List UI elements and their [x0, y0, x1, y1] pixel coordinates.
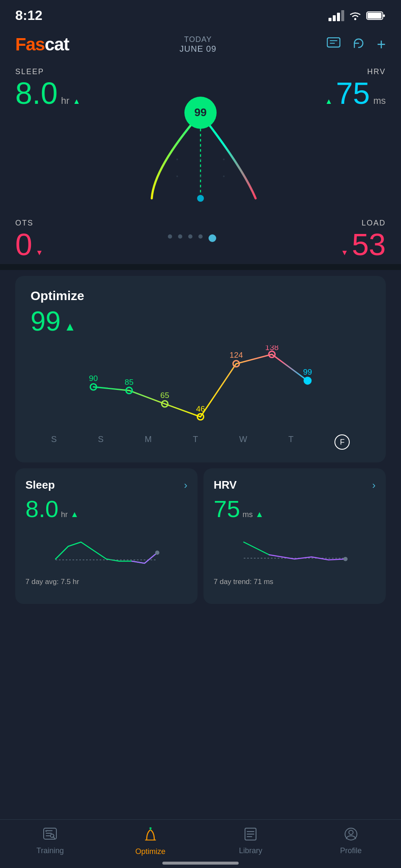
arch-visualization: 99 — [15, 92, 386, 210]
sleep-mini-chart — [25, 529, 187, 572]
status-icons — [329, 10, 386, 21]
svg-point-34 — [50, 834, 54, 837]
chart-label-w: W — [239, 434, 247, 450]
nav-optimize[interactable]: Optimize — [129, 827, 172, 856]
home-indicator — [162, 862, 239, 865]
hrv-card-arrow[interactable]: › — [372, 479, 376, 491]
ots-load-section: OTS 0 ▼ LOAD ▼ 53 — [0, 219, 401, 264]
chart-label-t1: T — [193, 434, 198, 450]
hrv-card-arrow-up: ▲ — [255, 509, 264, 519]
svg-text:85: 85 — [125, 378, 134, 387]
svg-text:90: 90 — [89, 374, 98, 383]
load-label: LOAD — [341, 219, 386, 228]
app-header: Fascat TODAY JUNE 09 + — [0, 28, 401, 63]
svg-rect-2 — [368, 13, 382, 19]
ots-label: OTS — [15, 219, 43, 228]
chart-label-m: M — [145, 434, 152, 450]
svg-point-39 — [349, 830, 353, 835]
mini-cards-row: Sleep › 8.0 hr ▲ 7 day avg: 7.5 hr HRV ›… — [15, 468, 386, 604]
header-actions: + — [327, 36, 386, 53]
nav-training[interactable]: Training — [29, 827, 71, 856]
svg-point-32 — [343, 557, 348, 561]
nav-training-label: Training — [36, 846, 64, 855]
nav-profile[interactable]: Profile — [330, 827, 372, 856]
svg-point-12 — [176, 175, 178, 177]
svg-text:46: 46 — [196, 404, 205, 413]
sleep-card[interactable]: Sleep › 8.0 hr ▲ 7 day avg: 7.5 hr — [15, 468, 198, 604]
metrics-top: SLEEP 8.0 hr ▲ HRV ▲ 75 ms — [0, 63, 401, 219]
optimize-chart: 90 85 65 46 124 138 99 — [31, 345, 370, 430]
optimize-icon — [143, 827, 158, 845]
dot-5 — [209, 234, 216, 242]
chart-label-t2: T — [288, 434, 293, 450]
wifi-icon — [348, 11, 362, 20]
svg-point-21 — [304, 377, 312, 385]
ots-metric: OTS 0 ▼ — [15, 219, 43, 260]
refresh-icon[interactable] — [352, 37, 365, 53]
section-divider-1 — [0, 264, 401, 270]
svg-point-14 — [223, 175, 225, 177]
hrv-card-footer: 7 day trend: 71 ms — [214, 578, 376, 586]
svg-text:124: 124 — [229, 351, 243, 359]
nav-library[interactable]: Library — [229, 827, 272, 856]
dot-2 — [178, 234, 182, 239]
chart-label-f: F — [334, 434, 350, 450]
library-icon — [244, 827, 257, 844]
load-number: 53 — [352, 229, 386, 260]
dot-1 — [168, 234, 172, 239]
nav-optimize-label: Optimize — [135, 847, 165, 856]
chart-label-s2: S — [98, 434, 103, 450]
svg-point-35 — [149, 827, 151, 829]
svg-point-10 — [200, 159, 201, 160]
optimize-arrow: ▲ — [64, 320, 76, 334]
status-time: 8:12 — [15, 8, 42, 23]
sleep-card-header: Sleep › — [25, 479, 187, 492]
message-icon[interactable] — [327, 37, 340, 52]
optimize-value-row: 99 ▲ — [31, 306, 370, 337]
svg-text:99: 99 — [303, 367, 312, 376]
add-icon[interactable]: + — [377, 36, 386, 53]
sleep-card-arrow[interactable]: › — [184, 479, 187, 491]
nav-profile-label: Profile — [340, 846, 362, 855]
chart-day-labels: S S M T W T F — [31, 430, 370, 450]
load-arrow: ▼ — [341, 248, 348, 257]
sleep-card-footer: 7 day avg: 7.5 hr — [25, 578, 187, 586]
svg-text:138: 138 — [265, 345, 279, 352]
date-value: JUNE 09 — [180, 44, 217, 54]
svg-point-0 — [354, 18, 356, 20]
status-bar: 8:12 — [0, 0, 401, 28]
sleep-label: SLEEP — [15, 67, 80, 76]
hrv-card-value-row: 75 ms ▲ — [214, 495, 376, 523]
nav-spacer — [0, 610, 401, 661]
training-icon — [43, 827, 57, 844]
header-date: TODAY JUNE 09 — [180, 35, 217, 54]
svg-point-11 — [223, 159, 225, 160]
svg-text:99: 99 — [195, 106, 207, 119]
svg-point-13 — [200, 175, 201, 177]
ots-value-row: 0 ▼ — [15, 229, 43, 260]
hrv-card-title: HRV — [214, 479, 237, 492]
hrv-card-header: HRV › — [214, 479, 376, 492]
sleep-card-number: 8.0 — [25, 495, 58, 523]
svg-point-30 — [155, 551, 159, 555]
svg-point-9 — [176, 159, 178, 160]
dot-4 — [198, 234, 203, 239]
optimize-chart-svg: 90 85 65 46 124 138 99 — [31, 345, 370, 430]
load-value-row: ▼ 53 — [341, 229, 386, 260]
load-metric: LOAD ▼ 53 — [341, 219, 386, 260]
svg-rect-3 — [383, 14, 385, 17]
sleep-card-unit: hr — [61, 510, 68, 519]
chart-label-s1: S — [51, 434, 57, 450]
page-dots — [168, 230, 216, 249]
hrv-card[interactable]: HRV › 75 ms ▲ 7 day trend: 71 ms — [203, 468, 386, 604]
signal-icon — [329, 10, 344, 21]
svg-rect-4 — [327, 38, 340, 47]
bottom-nav: Training Optimize Library — [0, 819, 401, 868]
sleep-card-arrow-up: ▲ — [70, 509, 79, 519]
dot-3 — [188, 234, 192, 239]
svg-point-8 — [197, 195, 204, 202]
ots-number: 0 — [15, 229, 32, 260]
ots-arrow: ▼ — [36, 248, 43, 257]
battery-icon — [366, 11, 386, 21]
optimize-card[interactable]: Optimize 99 ▲ — [15, 276, 386, 462]
